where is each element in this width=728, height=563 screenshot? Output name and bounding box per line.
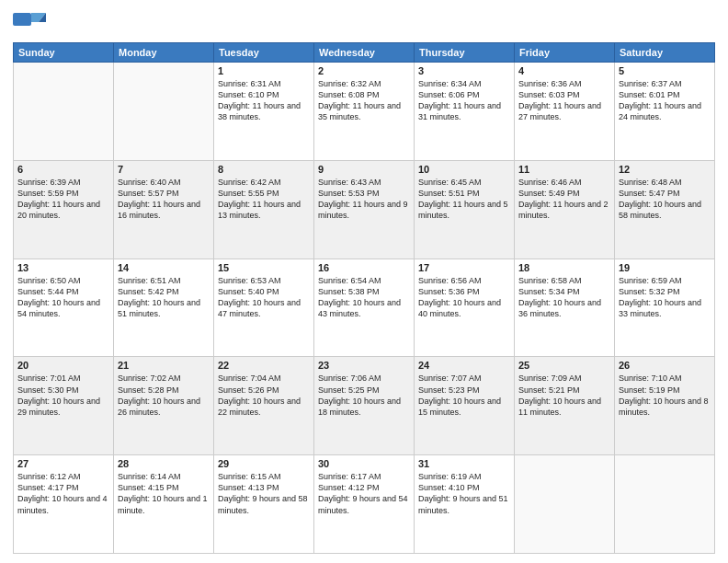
sunrise-text: Sunrise: 7:09 AM bbox=[518, 373, 610, 384]
sunrise-text: Sunrise: 6:46 AM bbox=[518, 177, 610, 188]
daylight-text: Daylight: 9 hours and 54 minutes. bbox=[318, 493, 410, 515]
day-info: Sunrise: 7:01 AMSunset: 5:30 PMDaylight:… bbox=[17, 373, 109, 418]
sunset-text: Sunset: 5:40 PM bbox=[218, 286, 310, 297]
daylight-text: Daylight: 10 hours and 15 minutes. bbox=[418, 396, 510, 418]
calendar-day-cell: 13Sunrise: 6:50 AMSunset: 5:44 PMDayligh… bbox=[14, 259, 114, 357]
calendar-week-row: 6Sunrise: 6:39 AMSunset: 5:59 PMDaylight… bbox=[14, 160, 715, 259]
sunset-text: Sunset: 5:23 PM bbox=[418, 385, 510, 396]
day-number: 25 bbox=[518, 360, 610, 371]
daylight-text: Daylight: 10 hours and 43 minutes. bbox=[318, 297, 410, 319]
calendar-day-cell: 11Sunrise: 6:46 AMSunset: 5:49 PMDayligh… bbox=[515, 160, 615, 259]
day-info: Sunrise: 7:02 AMSunset: 5:28 PMDaylight:… bbox=[118, 373, 210, 418]
day-number: 24 bbox=[418, 360, 510, 371]
daylight-text: Daylight: 10 hours and 4 minutes. bbox=[17, 493, 109, 515]
calendar-week-row: 13Sunrise: 6:50 AMSunset: 5:44 PMDayligh… bbox=[14, 259, 715, 357]
sunset-text: Sunset: 5:30 PM bbox=[17, 385, 109, 396]
calendar-day-cell: 7Sunrise: 6:40 AMSunset: 5:57 PMDaylight… bbox=[114, 160, 214, 259]
daylight-text: Daylight: 10 hours and 40 minutes. bbox=[418, 297, 510, 319]
day-info: Sunrise: 6:15 AMSunset: 4:13 PMDaylight:… bbox=[218, 471, 310, 516]
calendar-table: SundayMondayTuesdayWednesdayThursdayFrid… bbox=[13, 42, 715, 554]
sunrise-text: Sunrise: 6:58 AM bbox=[518, 275, 610, 286]
calendar-day-cell: 22Sunrise: 7:04 AMSunset: 5:26 PMDayligh… bbox=[214, 357, 314, 455]
day-info: Sunrise: 6:36 AMSunset: 6:03 PMDaylight:… bbox=[518, 78, 610, 123]
sunset-text: Sunset: 4:15 PM bbox=[118, 482, 210, 493]
sunrise-text: Sunrise: 6:19 AM bbox=[418, 471, 510, 482]
day-number: 6 bbox=[17, 164, 109, 175]
day-number: 5 bbox=[619, 65, 711, 76]
day-info: Sunrise: 6:58 AMSunset: 5:34 PMDaylight:… bbox=[518, 275, 610, 320]
daylight-text: Daylight: 11 hours and 13 minutes. bbox=[218, 199, 310, 221]
daylight-text: Daylight: 11 hours and 38 minutes. bbox=[218, 100, 310, 122]
calendar-day-cell: 29Sunrise: 6:15 AMSunset: 4:13 PMDayligh… bbox=[214, 455, 314, 554]
sunrise-text: Sunrise: 6:12 AM bbox=[17, 471, 109, 482]
sunset-text: Sunset: 5:36 PM bbox=[418, 286, 510, 297]
day-number: 11 bbox=[518, 164, 610, 175]
day-info: Sunrise: 6:56 AMSunset: 5:36 PMDaylight:… bbox=[418, 275, 510, 320]
day-number: 29 bbox=[218, 458, 310, 469]
calendar-day-cell: 8Sunrise: 6:42 AMSunset: 5:55 PMDaylight… bbox=[214, 160, 314, 259]
day-number: 10 bbox=[418, 164, 510, 175]
calendar-day-cell: 28Sunrise: 6:14 AMSunset: 4:15 PMDayligh… bbox=[114, 455, 214, 554]
sunset-text: Sunset: 5:53 PM bbox=[318, 188, 410, 199]
sunset-text: Sunset: 6:01 PM bbox=[619, 89, 711, 100]
sunset-text: Sunset: 6:03 PM bbox=[518, 89, 610, 100]
sunset-text: Sunset: 5:47 PM bbox=[619, 188, 711, 199]
sunrise-text: Sunrise: 6:14 AM bbox=[118, 471, 210, 482]
daylight-text: Daylight: 11 hours and 27 minutes. bbox=[518, 100, 610, 122]
weekday-header: Tuesday bbox=[214, 43, 314, 63]
day-info: Sunrise: 6:54 AMSunset: 5:38 PMDaylight:… bbox=[318, 275, 410, 320]
day-info: Sunrise: 7:09 AMSunset: 5:21 PMDaylight:… bbox=[518, 373, 610, 418]
sunset-text: Sunset: 5:55 PM bbox=[218, 188, 310, 199]
day-number: 15 bbox=[218, 262, 310, 273]
daylight-text: Daylight: 10 hours and 18 minutes. bbox=[318, 396, 410, 418]
sunrise-text: Sunrise: 7:06 AM bbox=[318, 373, 410, 384]
day-number: 21 bbox=[118, 360, 210, 371]
header bbox=[13, 9, 715, 35]
calendar-day-cell: 18Sunrise: 6:58 AMSunset: 5:34 PMDayligh… bbox=[515, 259, 615, 357]
sunset-text: Sunset: 5:21 PM bbox=[518, 385, 610, 396]
calendar-day-cell: 17Sunrise: 6:56 AMSunset: 5:36 PMDayligh… bbox=[415, 259, 515, 357]
calendar-day-cell bbox=[14, 63, 114, 161]
day-number: 8 bbox=[218, 164, 310, 175]
day-info: Sunrise: 6:42 AMSunset: 5:55 PMDaylight:… bbox=[218, 177, 310, 222]
weekday-header: Friday bbox=[515, 43, 615, 63]
calendar-day-cell bbox=[615, 455, 715, 554]
calendar-day-cell: 10Sunrise: 6:45 AMSunset: 5:51 PMDayligh… bbox=[415, 160, 515, 259]
sunset-text: Sunset: 5:51 PM bbox=[418, 188, 510, 199]
daylight-text: Daylight: 11 hours and 35 minutes. bbox=[318, 100, 410, 122]
calendar-week-row: 1Sunrise: 6:31 AMSunset: 6:10 PMDaylight… bbox=[14, 63, 715, 161]
sunset-text: Sunset: 5:25 PM bbox=[318, 385, 410, 396]
sunrise-text: Sunrise: 6:48 AM bbox=[619, 177, 711, 188]
day-number: 31 bbox=[418, 458, 510, 469]
day-info: Sunrise: 6:43 AMSunset: 5:53 PMDaylight:… bbox=[318, 177, 410, 222]
day-number: 16 bbox=[318, 262, 410, 273]
day-info: Sunrise: 6:12 AMSunset: 4:17 PMDaylight:… bbox=[17, 471, 109, 516]
day-info: Sunrise: 6:19 AMSunset: 4:10 PMDaylight:… bbox=[418, 471, 510, 516]
day-info: Sunrise: 6:31 AMSunset: 6:10 PMDaylight:… bbox=[218, 78, 310, 123]
calendar-header-row: SundayMondayTuesdayWednesdayThursdayFrid… bbox=[14, 43, 715, 63]
sunset-text: Sunset: 4:17 PM bbox=[17, 482, 109, 493]
daylight-text: Daylight: 10 hours and 26 minutes. bbox=[118, 396, 210, 418]
sunrise-text: Sunrise: 7:04 AM bbox=[218, 373, 310, 384]
calendar-day-cell: 2Sunrise: 6:32 AMSunset: 6:08 PMDaylight… bbox=[314, 63, 415, 161]
weekday-header: Wednesday bbox=[314, 43, 415, 63]
daylight-text: Daylight: 11 hours and 16 minutes. bbox=[118, 199, 210, 221]
sunrise-text: Sunrise: 6:59 AM bbox=[619, 275, 711, 286]
logo-icon bbox=[13, 9, 46, 35]
day-info: Sunrise: 6:17 AMSunset: 4:12 PMDaylight:… bbox=[318, 471, 410, 516]
daylight-text: Daylight: 10 hours and 51 minutes. bbox=[118, 297, 210, 319]
sunrise-text: Sunrise: 7:07 AM bbox=[418, 373, 510, 384]
daylight-text: Daylight: 11 hours and 24 minutes. bbox=[619, 100, 711, 122]
sunset-text: Sunset: 5:59 PM bbox=[17, 188, 109, 199]
day-info: Sunrise: 7:10 AMSunset: 5:19 PMDaylight:… bbox=[619, 373, 711, 418]
calendar-day-cell: 3Sunrise: 6:34 AMSunset: 6:06 PMDaylight… bbox=[415, 63, 515, 161]
sunset-text: Sunset: 5:32 PM bbox=[619, 286, 711, 297]
day-number: 4 bbox=[518, 65, 610, 76]
calendar-day-cell: 1Sunrise: 6:31 AMSunset: 6:10 PMDaylight… bbox=[214, 63, 314, 161]
sunrise-text: Sunrise: 6:31 AM bbox=[218, 78, 310, 89]
sunrise-text: Sunrise: 7:10 AM bbox=[619, 373, 711, 384]
day-info: Sunrise: 6:46 AMSunset: 5:49 PMDaylight:… bbox=[518, 177, 610, 222]
day-info: Sunrise: 6:14 AMSunset: 4:15 PMDaylight:… bbox=[118, 471, 210, 516]
daylight-text: Daylight: 11 hours and 31 minutes. bbox=[418, 100, 510, 122]
daylight-text: Daylight: 9 hours and 51 minutes. bbox=[418, 493, 510, 515]
